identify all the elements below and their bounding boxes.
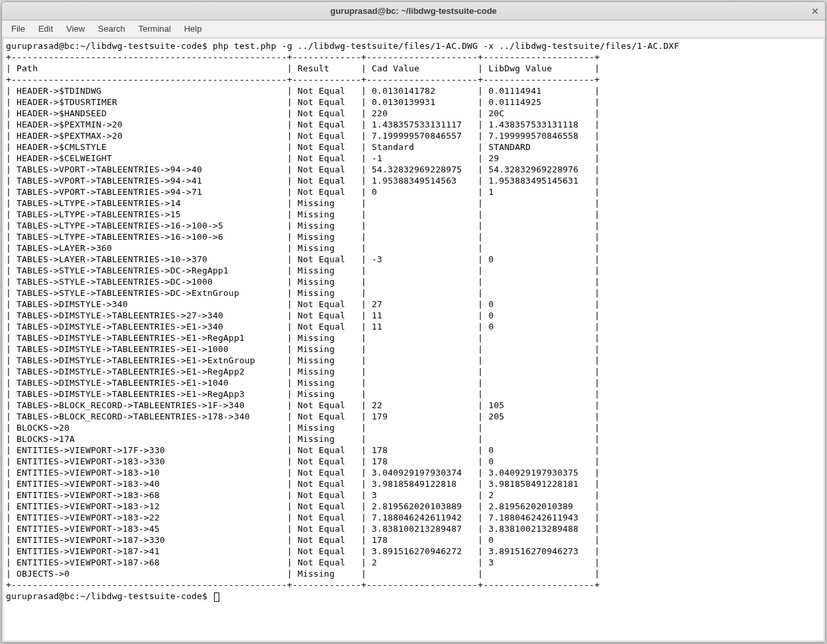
- cursor: [214, 592, 219, 602]
- window-title: guruprasad@bc: ~/libdwg-testsuite-code: [330, 6, 497, 16]
- terminal-output[interactable]: guruprasad@bc:~/libdwg-testsuite-code$ p…: [3, 38, 824, 641]
- close-icon[interactable]: ✕: [809, 5, 821, 17]
- menu-edit[interactable]: Edit: [32, 21, 59, 36]
- menu-file[interactable]: File: [5, 21, 32, 36]
- titlebar[interactable]: guruprasad@bc: ~/libdwg-testsuite-code ✕: [2, 2, 825, 20]
- menu-view[interactable]: View: [59, 21, 91, 36]
- menu-terminal[interactable]: Terminal: [132, 21, 178, 36]
- menu-search[interactable]: Search: [91, 21, 131, 36]
- menubar: File Edit View Search Terminal Help: [2, 20, 825, 38]
- menu-help[interactable]: Help: [178, 21, 209, 36]
- terminal-window: guruprasad@bc: ~/libdwg-testsuite-code ✕…: [1, 1, 826, 643]
